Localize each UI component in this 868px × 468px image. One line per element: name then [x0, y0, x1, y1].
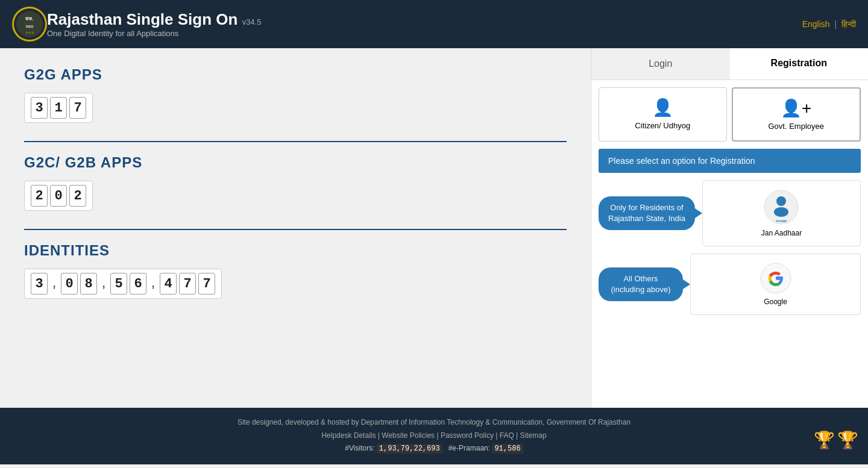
- id-sep-1: ,: [99, 273, 108, 295]
- password-policy-link[interactable]: Password Policy: [441, 431, 494, 440]
- identities-label: IDENTITIES: [24, 242, 567, 259]
- g2g-digit-2: 7: [69, 97, 86, 119]
- epramaan-count: 91,586: [492, 444, 523, 454]
- left-panel: G2G APPS 3 1 7 G2C/ G2B APPS 2 0 2 IDENT…: [0, 48, 591, 408]
- logo-svg: राज. SSO ☆ ☆ ☆: [13, 7, 46, 41]
- govt-employee-option[interactable]: 👤+ Govt. Employee: [732, 87, 861, 142]
- citizen-label: Citizen/ Udhyog: [635, 121, 690, 130]
- g2g-section: G2G APPS 3 1 7: [24, 66, 567, 123]
- govt-employee-icon: 👤+: [738, 98, 855, 118]
- website-policies-link[interactable]: Website Policies: [382, 431, 435, 440]
- right-panel: Login Registration 👤 Citizen/ Udhyog 👤+ …: [591, 48, 868, 408]
- app-subtitle: One Digital Identity for all Application…: [47, 29, 856, 38]
- id-digit-4: 6: [130, 273, 146, 295]
- google-bubble: All Others(including above): [599, 267, 683, 301]
- lang-english[interactable]: English: [802, 19, 830, 29]
- id-digit-1: 0: [61, 273, 78, 295]
- epramaan-label: #e-Pramaan:: [448, 444, 490, 452]
- google-label: Google: [764, 298, 787, 306]
- svg-text:जन-आधार: जन-आधार: [775, 219, 788, 223]
- svg-text:राज.: राज.: [25, 16, 33, 22]
- g2c-section: G2C/ G2B APPS 2 0 2: [24, 154, 567, 211]
- g2c-count: 2 0 2: [24, 181, 93, 211]
- jan-aadhaar-svg-icon: जन-आधार: [763, 189, 799, 225]
- govt-employee-label: Govt. Employee: [769, 122, 825, 131]
- footer-line1: Site designed, developed & hosted by Dep…: [12, 416, 856, 429]
- jan-aadhaar-card[interactable]: जन-आधार Jan Aadhaar: [702, 180, 861, 246]
- id-sep-2: ,: [149, 273, 157, 295]
- divider-2: [24, 229, 567, 230]
- g2c-digit-1: 0: [50, 185, 67, 207]
- trophy-icon-1: 🏆: [814, 425, 835, 455]
- header: राज. SSO ☆ ☆ ☆ Rajasthan Single Sign On …: [0, 0, 868, 48]
- id-digit-5: 4: [160, 273, 177, 295]
- registration-items: Only for Residents ofRajasthan State, In…: [591, 173, 868, 329]
- svg-text:☆ ☆ ☆: ☆ ☆ ☆: [25, 31, 35, 34]
- google-svg-icon: [760, 263, 791, 294]
- registration-type-options: 👤 Citizen/ Udhyog 👤+ Govt. Employee: [591, 80, 868, 149]
- faq-link[interactable]: FAQ: [500, 431, 514, 440]
- footer-links: Helpdesk Details | Website Policies | Pa…: [12, 429, 856, 443]
- g2g-digit-1: 1: [50, 97, 67, 119]
- jan-aadhaar-bubble: Only for Residents ofRajasthan State, In…: [599, 196, 695, 230]
- trophy-icons: 🏆 🏆: [814, 425, 858, 455]
- trophy-icon-2: 🏆: [837, 425, 858, 455]
- selection-prompt: Please select an option for Registration: [599, 149, 861, 173]
- sitemap-link[interactable]: Sitemap: [520, 431, 547, 440]
- footer: Site designed, developed & hosted by Dep…: [0, 408, 868, 464]
- visitors-count: 1,93,79,22,693: [377, 444, 442, 454]
- lang-hindi[interactable]: हिन्दी: [841, 19, 856, 29]
- tab-login[interactable]: Login: [591, 48, 730, 80]
- identities-count: 3 , 0 8 , 5 6 , 4 7 7: [24, 269, 222, 299]
- visitors-label: #Visitors:: [345, 444, 374, 452]
- jan-aadhaar-item: Only for Residents ofRajasthan State, In…: [599, 180, 861, 246]
- app-version: v34.5: [242, 17, 262, 27]
- id-digit-3: 5: [110, 273, 127, 295]
- id-sep-0: ,: [50, 273, 58, 295]
- id-digit-2: 8: [80, 273, 97, 295]
- g2c-digit-0: 2: [31, 185, 48, 207]
- svg-point-7: [776, 196, 786, 206]
- g2c-label: G2C/ G2B APPS: [24, 154, 567, 171]
- google-card[interactable]: Google: [690, 254, 861, 315]
- svg-point-8: [774, 207, 788, 217]
- footer-stats: #Visitors: 1,93,79,22,693 #e-Pramaan: 91…: [12, 442, 856, 456]
- lang-divider: |: [834, 19, 839, 29]
- citizen-icon: 👤: [604, 98, 722, 117]
- helpdesk-link[interactable]: Helpdesk Details: [321, 431, 376, 440]
- tab-registration[interactable]: Registration: [730, 48, 869, 80]
- app-title: Rajasthan Single Sign On v34.5: [47, 10, 856, 29]
- google-item: All Others(including above) Google: [599, 254, 861, 315]
- id-digit-6: 7: [179, 273, 196, 295]
- g2g-label: G2G APPS: [24, 66, 567, 83]
- jan-aadhaar-label: Jan Aadhaar: [761, 229, 802, 237]
- g2c-digit-2: 2: [69, 185, 86, 207]
- divider-1: [24, 141, 567, 142]
- id-digit-7: 7: [198, 273, 215, 295]
- logo: राज. SSO ☆ ☆ ☆: [12, 7, 47, 42]
- id-digit-0: 3: [31, 273, 48, 295]
- main-content: G2G APPS 3 1 7 G2C/ G2B APPS 2 0 2 IDENT…: [0, 48, 868, 408]
- svg-text:SSO: SSO: [26, 25, 34, 28]
- tab-bar: Login Registration: [591, 48, 868, 80]
- identities-section: IDENTITIES 3 , 0 8 , 5 6 , 4 7 7: [24, 242, 567, 299]
- citizen-option[interactable]: 👤 Citizen/ Udhyog: [599, 87, 727, 142]
- language-switcher[interactable]: English | हिन्दी: [802, 19, 856, 30]
- header-title-block: Rajasthan Single Sign On v34.5 One Digit…: [47, 10, 856, 38]
- g2g-digit-0: 3: [31, 97, 48, 119]
- g2g-count: 3 1 7: [24, 93, 93, 123]
